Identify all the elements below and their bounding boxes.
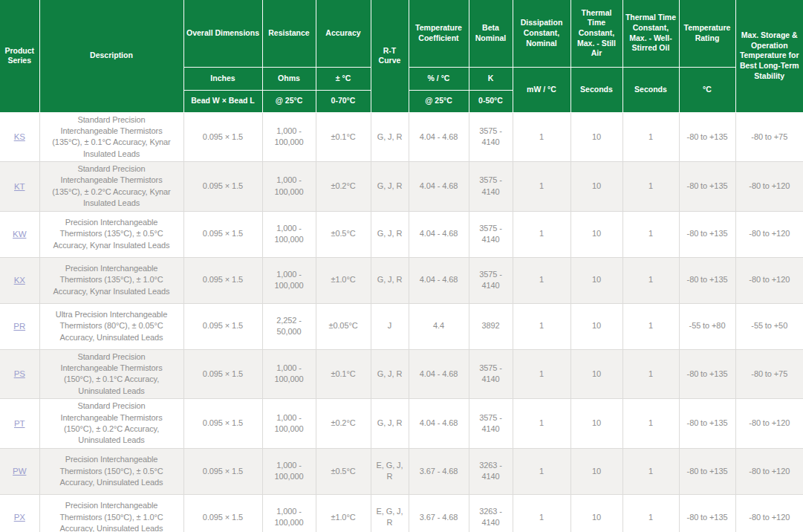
unit-temperature-rating: °C	[679, 67, 735, 112]
col-header-accuracy: Accuracy	[316, 0, 371, 67]
cell-accuracy: ±1.0°C	[316, 494, 371, 532]
table-row: KXPrecision Interchangeable Thermistors …	[0, 257, 803, 303]
cell-temp-rating: -80 to +135	[679, 211, 735, 257]
cell-rt-curve: G, J, R	[371, 162, 409, 212]
cell-rt-curve: G, J, R	[371, 399, 409, 449]
cell-accuracy: ±0.5°C	[316, 211, 371, 257]
product-series-link[interactable]: PT	[14, 419, 25, 428]
cell-max-storage: -80 to +120	[735, 399, 803, 449]
cell-rt-curve: G, J, R	[371, 349, 409, 399]
col-header-max-storage: Max. Storage & Operation Temperature for…	[735, 0, 803, 112]
cell-dimensions: 0.095 × 1.5	[183, 494, 262, 532]
cell-rt-curve: J	[371, 303, 409, 349]
cell-description: Precision Interchangeable Thermistors (1…	[39, 448, 183, 494]
cell-description: Standard Precision Interchangeable Therm…	[39, 399, 183, 449]
cell-dimensions: 0.095 × 1.5	[183, 349, 262, 399]
cell-rt-curve: G, J, R	[371, 211, 409, 257]
cell-temp-rating: -80 to +135	[679, 494, 735, 532]
cell-resistance: 1,000 - 100,000	[262, 112, 316, 162]
cell-beta: 3575 - 4140	[469, 112, 513, 162]
cell-dimensions: 0.095 × 1.5	[183, 448, 262, 494]
unit-beta-nominal: K	[469, 67, 513, 90]
cell-dissipation: 1	[513, 162, 570, 212]
condition-resistance: @ 25°C	[262, 90, 316, 112]
cell-rt-curve: G, J, R	[371, 257, 409, 303]
cell-ttc-oil: 1	[622, 257, 679, 303]
cell-temp-rating: -80 to +135	[679, 349, 735, 399]
cell-accuracy: ±0.2°C	[316, 162, 371, 212]
cell-rt-curve: E, G, J, R	[371, 494, 409, 532]
cell-description: Ultra Precision Interchangeable Thermist…	[39, 303, 183, 349]
cell-dissipation: 1	[513, 399, 570, 449]
cell-ttc-still-air: 10	[570, 494, 622, 532]
product-series-link[interactable]: PW	[13, 467, 26, 476]
cell-dissipation: 1	[513, 303, 570, 349]
cell-temp-rating: -80 to +135	[679, 399, 735, 449]
product-series-link[interactable]: KW	[13, 230, 26, 239]
unit-ttc-still-air: Seconds	[570, 67, 622, 112]
cell-temp-coeff: 4.04 - 4.68	[409, 112, 469, 162]
cell-resistance: 1,000 - 100,000	[262, 349, 316, 399]
cell-ttc-oil: 1	[622, 162, 679, 212]
col-header-temperature-rating: Temperature Rating	[679, 0, 735, 67]
cell-ttc-still-air: 10	[570, 303, 622, 349]
cell-ttc-still-air: 10	[570, 162, 622, 212]
cell-resistance: 1,000 - 100,000	[262, 257, 316, 303]
cell-max-storage: -55 to +50	[735, 303, 803, 349]
cell-accuracy: ±0.05°C	[316, 303, 371, 349]
cell-ttc-still-air: 10	[570, 448, 622, 494]
header-main-row: Product Series Description Overall Dimen…	[0, 0, 803, 67]
unit-ttc-oil: Seconds	[622, 67, 679, 112]
cell-dimensions: 0.095 × 1.5	[183, 303, 262, 349]
cell-ttc-still-air: 10	[570, 211, 622, 257]
cell-product-series: KT	[0, 162, 39, 212]
cell-ttc-oil: 1	[622, 349, 679, 399]
cell-rt-curve: G, J, R	[371, 112, 409, 162]
cell-description: Precision Interchangeable Thermistors (1…	[39, 211, 183, 257]
cell-product-series: KW	[0, 211, 39, 257]
product-series-link[interactable]: PX	[14, 513, 25, 522]
product-series-link[interactable]: KT	[14, 182, 25, 191]
cell-temp-coeff: 4.04 - 4.68	[409, 399, 469, 449]
table-body: KSStandard Precision Interchangeable The…	[0, 112, 803, 532]
cell-description: Standard Precision Interchangeable Therm…	[39, 349, 183, 399]
cell-ttc-oil: 1	[622, 211, 679, 257]
cell-ttc-oil: 1	[622, 399, 679, 449]
product-series-link[interactable]: KX	[14, 276, 25, 285]
cell-beta: 3575 - 4140	[469, 162, 513, 212]
table-row: KSStandard Precision Interchangeable The…	[0, 112, 803, 162]
cell-temp-rating: -55 to +80	[679, 303, 735, 349]
cell-beta: 3575 - 4140	[469, 349, 513, 399]
table-row: PSStandard Precision Interchangeable The…	[0, 349, 803, 399]
cell-ttc-oil: 1	[622, 494, 679, 532]
cell-product-series: KS	[0, 112, 39, 162]
cell-product-series: PT	[0, 399, 39, 449]
condition-beta-nominal: 0-50°C	[469, 90, 513, 112]
cell-temp-rating: -80 to +135	[679, 257, 735, 303]
cell-beta: 3263 - 4140	[469, 494, 513, 532]
cell-product-series: PX	[0, 494, 39, 532]
product-series-link[interactable]: PS	[14, 369, 25, 378]
cell-ttc-still-air: 10	[570, 257, 622, 303]
cell-accuracy: ±0.1°C	[316, 112, 371, 162]
cell-description: Precision Interchangeable Thermistors (1…	[39, 257, 183, 303]
col-header-product-series: Product Series	[0, 0, 39, 112]
cell-max-storage: -80 to +120	[735, 211, 803, 257]
cell-product-series: PR	[0, 303, 39, 349]
unit-resistance: Ohms	[262, 67, 316, 90]
cell-product-series: PW	[0, 448, 39, 494]
table-row: PXPrecision Interchangeable Thermistors …	[0, 494, 803, 532]
cell-resistance: 2,252 - 50,000	[262, 303, 316, 349]
cell-temp-coeff: 4.04 - 4.68	[409, 211, 469, 257]
cell-ttc-oil: 1	[622, 303, 679, 349]
cell-dimensions: 0.095 × 1.5	[183, 162, 262, 212]
cell-product-series: PS	[0, 349, 39, 399]
cell-dissipation: 1	[513, 112, 570, 162]
cell-dimensions: 0.095 × 1.5	[183, 257, 262, 303]
cell-temp-coeff: 4.04 - 4.68	[409, 162, 469, 212]
product-series-link[interactable]: PR	[13, 322, 25, 331]
product-series-link[interactable]: KS	[14, 132, 25, 141]
col-header-resistance: Resistance	[262, 0, 316, 67]
cell-beta: 3575 - 4140	[469, 211, 513, 257]
col-header-thermal-time-constant-still-air: Thermal Time Constant, Max. - Still Air	[570, 0, 622, 67]
